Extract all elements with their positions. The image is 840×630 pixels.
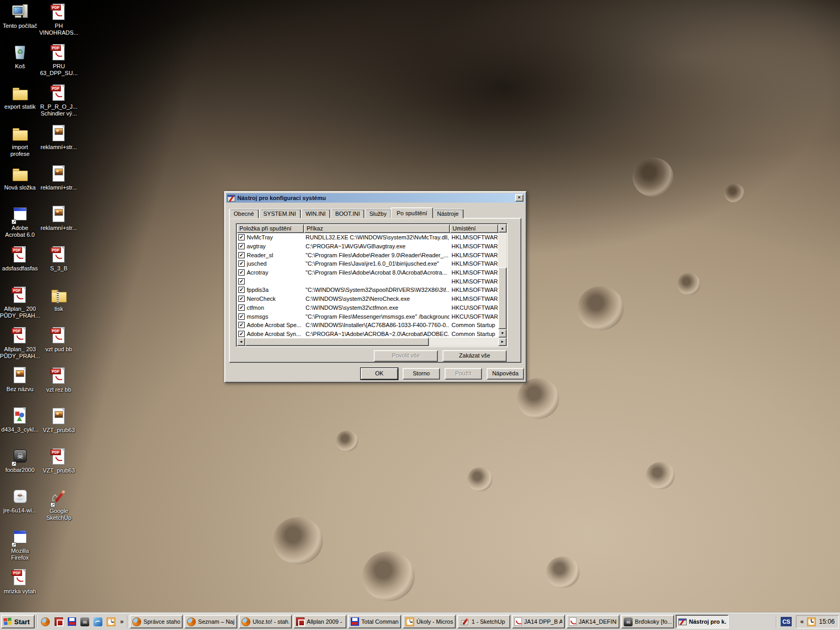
scroll-right-icon[interactable]: ► — [498, 338, 507, 346]
desktop-icon[interactable]: ➚Mozilla Firefox — [1, 528, 39, 569]
desktop-icon[interactable]: ➚Adobe Acrobat 6.0 Professi... — [1, 205, 39, 246]
desktop-icon[interactable]: PDFPRU 63_DPP_SU... — [40, 44, 78, 84]
quicklaunch-allplan[interactable] — [53, 615, 65, 628]
startup-row[interactable]: ✓Acrotray"C:\Program Files\Adobe\Acrobat… — [237, 268, 498, 277]
quicklaunch-foobar[interactable]: ☠ — [79, 615, 91, 628]
ok-button[interactable]: OK — [361, 368, 398, 380]
taskbar-task[interactable]: Správce staho... — [130, 615, 183, 628]
row-checkbox[interactable]: ✓ — [238, 296, 245, 302]
taskbar-task[interactable]: Uloz.to! - stah... — [239, 615, 292, 628]
row-checkbox[interactable]: ✓ — [238, 322, 245, 328]
startup-row[interactable]: ✓HKLM\SOFTWARE' — [237, 277, 498, 286]
desktop-icon[interactable]: PDFvzt pud bb — [40, 327, 78, 367]
desktop-icon[interactable]: ☕jre-6u14-wi... — [1, 488, 39, 528]
desktop-icon[interactable]: ☠➚foobar2000 — [1, 447, 39, 488]
dialog-titlebar[interactable]: Nástroj pro konfiguraci systému × — [226, 193, 524, 203]
startup-row[interactable]: ✓NeroCheckC:\WINDOWS\system32\NeroCheck.… — [237, 295, 498, 303]
desktop-icon[interactable]: ⌂➚Google SketchUp — [40, 488, 78, 529]
help-button[interactable]: Nápověda — [487, 368, 524, 380]
desktop-icon[interactable]: PDFAllplan_ 200 PŮDY_PRAH... — [1, 286, 39, 327]
desktop-icon[interactable]: PDFvzt rez bb — [40, 367, 78, 407]
desktop-icon[interactable]: PDFadsfasdfasfas — [1, 246, 39, 286]
row-checkbox[interactable]: ✓ — [238, 269, 245, 276]
row-checkbox[interactable]: ✓ — [238, 278, 245, 285]
tab-slu-by[interactable]: Služby — [364, 209, 391, 218]
desktop-icon[interactable]: Tento počítač — [1, 3, 39, 44]
desktop-icon[interactable]: d434_3_cykl... — [1, 407, 39, 447]
startup-row[interactable]: ✓Reader_sl"C:\Program Files\Adobe\Reader… — [237, 250, 498, 259]
row-checkbox[interactable]: ✓ — [238, 234, 245, 240]
startup-row[interactable]: ✓NvMcTrayRUNDLL32.EXE C:\WINDOWS\system3… — [237, 233, 498, 242]
quicklaunch-overflow-icon[interactable]: » — [118, 618, 126, 625]
desktop-icon[interactable]: PDFVZT_prub63 — [40, 448, 78, 488]
apply-button[interactable]: Použít — [445, 368, 482, 380]
taskbar-task[interactable]: Úkoly - Micros... — [403, 615, 456, 628]
desktop-icon[interactable]: reklamní+str... — [40, 165, 78, 205]
horizontal-scrollbar-thumb[interactable] — [245, 338, 429, 346]
tab-po-spu-t-n-[interactable]: Po spuštění — [391, 207, 433, 218]
tab-n-stroje[interactable]: Nástroje — [433, 209, 464, 218]
tab-win-ini[interactable]: WIN.INI — [301, 209, 331, 218]
vertical-scrollbar-thumb[interactable] — [498, 267, 507, 329]
startup-row[interactable]: ✓Adobe Acrobat Spe...C:\WINDOWS\Installe… — [237, 321, 498, 330]
tab-system-ini[interactable]: SYSTEM.INI — [259, 209, 301, 218]
quicklaunch-total-commander[interactable] — [66, 615, 78, 628]
startup-row[interactable]: ✓ctfmonC:\WINDOWS\system32\ctfmon.exeHKC… — [237, 303, 498, 312]
startup-row[interactable]: ✓jusched"C:\Program Files\Java\jre1.6.0_… — [237, 259, 498, 268]
tray-clock-icon[interactable] — [807, 617, 816, 626]
vertical-scrollbar[interactable]: ▲ ▼ — [498, 224, 507, 338]
header-location[interactable]: Umístění — [450, 224, 498, 233]
quicklaunch-firefox[interactable] — [40, 615, 51, 628]
header-command[interactable]: Příkaz — [304, 224, 450, 233]
desktop-icon[interactable]: import profese — [1, 124, 39, 165]
taskbar-task[interactable]: Nástroj pro k... — [676, 615, 729, 628]
row-checkbox[interactable]: ✓ — [238, 313, 245, 320]
language-indicator[interactable]: CS — [781, 617, 792, 626]
header-startup-item[interactable]: Položka při spuštění — [237, 224, 304, 233]
taskbar-task[interactable]: Seznam – Naj... — [184, 615, 237, 628]
desktop-icon[interactable]: PDFAllplan_ 203 PŮDY_PRAH... — [1, 327, 39, 367]
tab-obecn-[interactable]: Obecné — [229, 209, 259, 218]
startup-row[interactable]: ✓avgtrayC:\PROGRA~1\AVG\AVG8\avgtray.exe… — [237, 242, 498, 251]
horizontal-scrollbar[interactable]: ◄ ► — [237, 338, 507, 346]
desktop-icon[interactable]: export statik — [1, 84, 39, 124]
taskbar-task[interactable]: Allplan 2009 - ... — [293, 615, 346, 628]
row-checkbox[interactable]: ✓ — [238, 260, 245, 267]
row-checkbox[interactable]: ✓ — [238, 287, 245, 293]
taskbar-task[interactable]: Total Comman... — [348, 615, 401, 628]
desktop-icon[interactable]: PDFS_3_B — [40, 246, 78, 286]
tab-boot-ini[interactable]: BOOT.INI — [330, 209, 364, 218]
row-checkbox[interactable]: ✓ — [238, 304, 245, 311]
scroll-up-icon[interactable]: ▲ — [498, 224, 507, 233]
desktop-icon[interactable]: tisk — [40, 286, 78, 327]
taskbar-task[interactable]: JAK14_DEFINI... — [566, 615, 620, 628]
startup-row[interactable]: ✓Adobe Acrobat Syn...C:\PROGRA~1\Adobe\A… — [237, 330, 498, 338]
quicklaunch-clock[interactable] — [106, 615, 117, 628]
row-checkbox[interactable]: ✓ — [238, 252, 245, 258]
desktop-icon[interactable]: reklamní+str... — [40, 124, 78, 165]
scroll-down-icon[interactable]: ▼ — [498, 329, 507, 338]
quicklaunch-messenger[interactable] — [92, 615, 104, 628]
desktop-icon[interactable]: ♻Koš — [1, 44, 39, 84]
taskbar-task[interactable]: ☠Brďokoky [fo... — [621, 615, 674, 628]
taskbar-task[interactable]: 1 - SketchUp — [457, 615, 510, 628]
taskbar-task[interactable]: JA14 DPP_B A... — [512, 615, 565, 628]
row-checkbox[interactable]: ✓ — [238, 243, 245, 249]
row-checkbox[interactable]: ✓ — [238, 331, 245, 337]
desktop-icon[interactable]: Bez názvu — [1, 366, 39, 407]
disable-all-button[interactable]: Zakázat vše — [443, 350, 507, 362]
desktop-icon[interactable]: Nová složka — [1, 165, 39, 205]
desktop-icon[interactable]: PDFmrizka vytah — [1, 569, 39, 609]
desktop-icon[interactable]: reklamní+str... — [40, 205, 78, 246]
start-button[interactable]: Start — [1, 615, 35, 628]
startup-row[interactable]: ✓fppdis3a"C:\WINDOWS\System32\spool\DRIV… — [237, 286, 498, 295]
tray-collapse-icon[interactable]: « — [800, 618, 804, 625]
close-icon[interactable]: × — [515, 194, 523, 202]
startup-row[interactable]: ✓msmsgs"C:\Program Files\Messenger\msmsg… — [237, 312, 498, 321]
desktop-icon[interactable]: PDFPH VINOHRADS... — [40, 3, 78, 44]
enable-all-button[interactable]: Povolit vše — [374, 350, 438, 362]
scroll-left-icon[interactable]: ◄ — [237, 338, 245, 346]
desktop-icon[interactable]: PDFR_P_R_O_J... Schindler vý... — [40, 84, 78, 124]
cancel-button[interactable]: Storno — [403, 368, 440, 380]
desktop-icon[interactable]: VZT_prub63 — [40, 407, 78, 448]
